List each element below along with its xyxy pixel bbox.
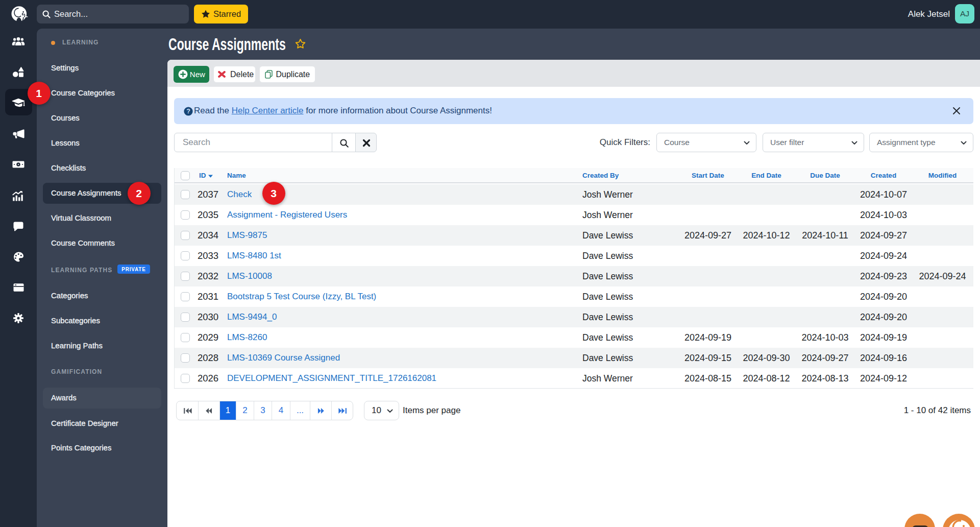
svg-text:?: ? (186, 108, 190, 115)
